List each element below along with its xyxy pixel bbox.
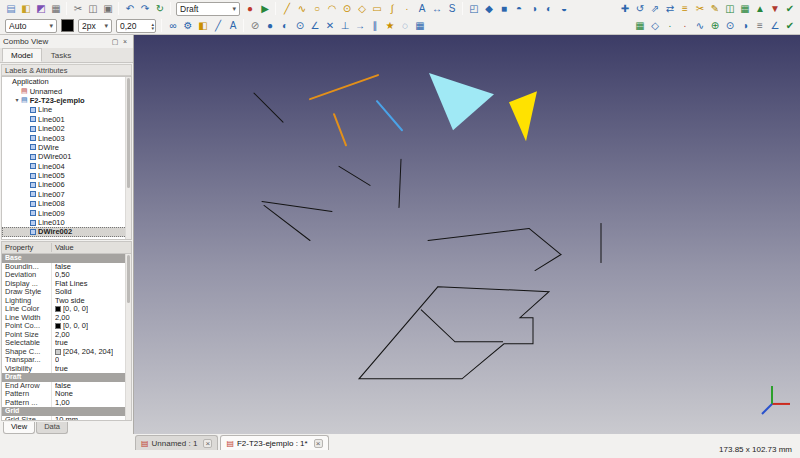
draft-offset-icon[interactable]: ≡	[678, 2, 692, 16]
view-right-icon[interactable]: ◑	[527, 2, 541, 16]
property-row[interactable]: Transpar...0	[2, 356, 131, 365]
tree-item-line[interactable]: Line	[2, 105, 131, 114]
draft-downgrade-icon[interactable]: ▼	[768, 2, 782, 16]
draft-line[interactable]	[339, 166, 370, 185]
draft-line[interactable]	[399, 159, 401, 207]
draft-line[interactable]	[310, 75, 378, 99]
line-mode-icon[interactable]: ╱	[211, 19, 225, 33]
property-row[interactable]: Line Color[0, 0, 0]	[2, 305, 131, 314]
property-row[interactable]: Boundin...false	[2, 263, 131, 272]
yellow-triangle[interactable]	[509, 91, 537, 141]
tree-item-line006[interactable]: Line006	[2, 180, 131, 189]
spinner-arrows-icon[interactable]: ▴▾	[151, 22, 154, 30]
property-row[interactable]: Point Size2,00	[2, 331, 131, 340]
property-row[interactable]: End Arrowfalse	[2, 382, 131, 391]
draft-line[interactable]	[428, 228, 529, 240]
document-tab[interactable]: ▤Unnamed : 1×	[135, 435, 218, 450]
property-row[interactable]: Selectabletrue	[2, 339, 131, 348]
macro-record-icon[interactable]: ●	[243, 2, 257, 16]
tree-item-line009[interactable]: Line009	[2, 208, 131, 217]
tree-item-line007[interactable]: Line007	[2, 190, 131, 199]
draft-upgrade-icon[interactable]: ▲	[753, 2, 767, 16]
draft-move-icon[interactable]: ✚	[618, 2, 632, 16]
undo-icon[interactable]: ↶	[123, 2, 137, 16]
snap-endpoint-icon[interactable]: ●	[263, 19, 277, 33]
snap-working-plane-icon[interactable]: ◇	[648, 19, 662, 33]
view-bottom-icon[interactable]: ◒	[557, 2, 571, 16]
add-to-group-icon[interactable]: ⊕	[708, 19, 722, 33]
select-group-icon[interactable]: ⊙	[723, 19, 737, 33]
snap-parallel-icon[interactable]: ∥	[368, 19, 382, 33]
property-row[interactable]: LightingTwo side	[2, 297, 131, 306]
draft-line[interactable]	[254, 93, 283, 122]
workbench-selector[interactable]: Draft▾	[176, 2, 240, 16]
tree-item-dwire001[interactable]: DWire001	[2, 152, 131, 161]
text-size-spinbox[interactable]: 0,20▴▾	[116, 19, 156, 33]
close-tab-icon[interactable]: ×	[314, 439, 323, 448]
draft-text-icon[interactable]: A	[415, 2, 429, 16]
draft-polygon-icon[interactable]: ◇	[355, 2, 369, 16]
property-row[interactable]: Display ...Flat Lines	[2, 280, 131, 289]
tab-tasks[interactable]: Tasks	[42, 48, 80, 62]
tree-item-dwire[interactable]: DWire	[2, 143, 131, 152]
snap-grid-icon[interactable]: ▦	[413, 19, 427, 33]
tree-item-line010[interactable]: Line010	[2, 218, 131, 227]
view-fit-icon[interactable]: ◰	[467, 2, 481, 16]
tree-item-line003[interactable]: Line003	[2, 133, 131, 142]
tree-item-line002[interactable]: Line002	[2, 124, 131, 133]
snap-midpoint-icon[interactable]: ◐	[278, 19, 292, 33]
draft-bspline-icon[interactable]: ∫	[385, 2, 399, 16]
tab-data[interactable]: Data	[36, 422, 68, 434]
draft-line-icon[interactable]: ╱	[280, 2, 294, 16]
document-save-icon[interactable]: ◩	[34, 2, 48, 16]
draft-scale-icon[interactable]: ⇗	[648, 2, 662, 16]
text-mode-icon[interactable]: A	[226, 19, 240, 33]
draft-point-icon[interactable]: ∙	[400, 2, 414, 16]
property-row[interactable]: PatternNone	[2, 390, 131, 399]
tree-item-line005[interactable]: Line005	[2, 171, 131, 180]
draft-line[interactable]	[529, 228, 561, 254]
property-row[interactable]: Shape C...[204, 204, 204]	[2, 348, 131, 357]
draft-rotate-icon[interactable]: ↺	[633, 2, 647, 16]
draft-shapestring-icon[interactable]: S	[445, 2, 459, 16]
draft-line[interactable]	[264, 205, 310, 240]
draft-clone-icon[interactable]: ◫	[723, 2, 737, 16]
paste-icon[interactable]: ▣	[101, 2, 115, 16]
document-tab[interactable]: ▤F2-T23-ejemplo : 1*×	[220, 435, 328, 450]
working-plane-combo[interactable]: Auto▾	[5, 19, 57, 33]
tree-scrollbar[interactable]	[125, 77, 131, 239]
add-point-icon[interactable]: ∙	[663, 19, 677, 33]
property-row[interactable]: Point Co...[0, 0, 0]	[2, 322, 131, 331]
draft-ellipse-icon[interactable]: ⊙	[340, 2, 354, 16]
cyan-triangle[interactable]	[429, 73, 494, 130]
tree-item-line001[interactable]: Line001	[2, 115, 131, 124]
print-icon[interactable]: ▦	[49, 2, 63, 16]
property-row[interactable]: Pattern ...1,00	[2, 399, 131, 408]
draft-line[interactable]	[535, 255, 561, 271]
apply-style-icon[interactable]: ✔	[783, 19, 797, 33]
draft-mirror-icon[interactable]: ⇄	[663, 2, 677, 16]
view-axonometric-icon[interactable]: ◆	[482, 2, 496, 16]
tree-item-f2-t23-ejemplo[interactable]: ▾▤F2-T23-ejemplo	[2, 96, 131, 105]
snap-special-icon[interactable]: ★	[383, 19, 397, 33]
viewport-canvas[interactable]	[134, 35, 800, 434]
draft-line[interactable]	[262, 201, 332, 211]
snap-intersection-icon[interactable]: ✕	[323, 19, 337, 33]
copy-icon[interactable]: ◫	[86, 2, 100, 16]
draft-circle-icon[interactable]: ○	[310, 2, 324, 16]
draft-line[interactable]	[334, 114, 346, 145]
draft-edit-icon[interactable]: ✎	[708, 2, 722, 16]
property-row[interactable]: Line Width2,00	[2, 314, 131, 323]
draft-rectangle-icon[interactable]: ▭	[370, 2, 384, 16]
layer-icon[interactable]: ≡	[753, 19, 767, 33]
property-row[interactable]: Draw StyleSolid	[2, 288, 131, 297]
draft-wire[interactable]	[421, 310, 503, 342]
draft-trimex-icon[interactable]: ✂	[693, 2, 707, 16]
tab-view[interactable]: View	[3, 422, 35, 434]
slope-icon[interactable]: ∠	[768, 19, 782, 33]
tree-item-unnamed[interactable]: ▤Unnamed	[2, 86, 131, 95]
close-tab-icon[interactable]: ×	[203, 439, 212, 448]
tree-item-application[interactable]: Application	[2, 77, 131, 86]
view-front-icon[interactable]: ■	[497, 2, 511, 16]
view-top-icon[interactable]: ◓	[512, 2, 526, 16]
